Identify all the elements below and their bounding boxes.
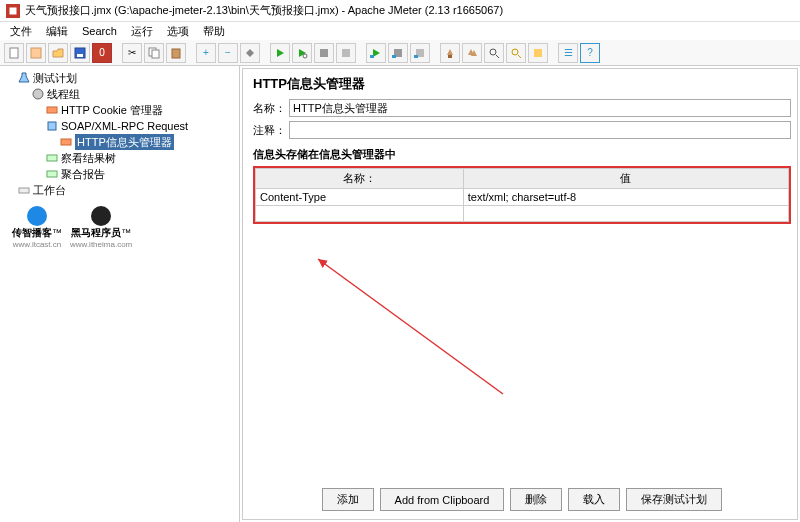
table-row[interactable] [256, 206, 789, 222]
workbench-icon [18, 184, 30, 196]
svg-line-21 [518, 55, 521, 58]
tree-panel: 测试计划 线程组 HTTP Cookie 管理器 SOAP/XML-RPC Re… [0, 66, 240, 522]
remote-start-icon[interactable] [366, 43, 386, 63]
svg-rect-25 [48, 122, 56, 130]
svg-line-30 [318, 259, 503, 394]
sampler-icon [46, 120, 58, 132]
config-icon [60, 136, 72, 148]
name-label: 名称： [253, 101, 289, 116]
svg-point-18 [490, 49, 496, 55]
svg-rect-7 [152, 50, 159, 58]
help-tb-icon[interactable]: ☰ [558, 43, 578, 63]
listener-icon [46, 152, 58, 164]
collapse-icon[interactable]: − [218, 43, 238, 63]
tree-workbench[interactable]: 工作台 [18, 182, 235, 198]
svg-rect-1 [10, 7, 17, 14]
svg-rect-16 [414, 55, 418, 58]
reset-search-icon[interactable] [506, 43, 526, 63]
svg-rect-5 [77, 54, 83, 57]
logo-itheima: 黑马程序员™ www.itheima.com [70, 206, 132, 249]
toolbar: 0 ✂ + − ☰ ? [0, 40, 800, 66]
remote-shutdown-icon[interactable] [410, 43, 430, 63]
config-icon [46, 104, 58, 116]
count-badge: 0 [92, 43, 112, 63]
templates-icon[interactable] [26, 43, 46, 63]
comment-label: 注释： [253, 123, 289, 138]
col-value: 值 [463, 169, 788, 189]
right-panel: HTTP信息头管理器 名称： 注释： 信息头存储在信息头管理器中 名称： 值 C… [242, 68, 798, 520]
clear-all-icon[interactable] [462, 43, 482, 63]
table-row[interactable]: Content-Type text/xml; charset=utf-8 [256, 189, 789, 206]
stop-icon[interactable] [314, 43, 334, 63]
col-name: 名称： [256, 169, 464, 189]
clear-icon[interactable] [440, 43, 460, 63]
help2-icon[interactable]: ? [580, 43, 600, 63]
comment-input[interactable] [289, 121, 791, 139]
tree-header-mgr[interactable]: HTTP信息头管理器 [60, 134, 235, 150]
svg-rect-8 [172, 49, 180, 58]
svg-rect-29 [19, 188, 29, 193]
svg-rect-28 [47, 171, 57, 177]
toggle-icon[interactable] [240, 43, 260, 63]
menu-file[interactable]: 文件 [10, 24, 32, 39]
save-icon[interactable] [70, 43, 90, 63]
svg-rect-12 [370, 55, 374, 58]
menu-help[interactable]: 帮助 [203, 24, 225, 39]
headers-table-wrap: 名称： 值 Content-Type text/xml; charset=utf… [253, 166, 791, 224]
svg-rect-10 [320, 49, 328, 57]
delete-button[interactable]: 删除 [510, 488, 562, 511]
listener-icon [46, 168, 58, 180]
menu-search[interactable]: Search [82, 25, 117, 37]
copy-icon[interactable] [144, 43, 164, 63]
svg-rect-14 [392, 55, 396, 58]
menu-run[interactable]: 运行 [131, 24, 153, 39]
menu-options[interactable]: 选项 [167, 24, 189, 39]
store-label: 信息头存储在信息头管理器中 [253, 147, 791, 162]
expand-icon[interactable]: + [196, 43, 216, 63]
add-clipboard-button[interactable]: Add from Clipboard [380, 488, 505, 511]
window-title: 天气预报接口.jmx (G:\apache-jmeter-2.13\bin\天气… [25, 3, 503, 18]
headers-table[interactable]: 名称： 值 Content-Type text/xml; charset=utf… [255, 168, 789, 222]
load-button[interactable]: 载入 [568, 488, 620, 511]
svg-point-20 [512, 49, 518, 55]
tree-cookie[interactable]: HTTP Cookie 管理器 [46, 102, 235, 118]
svg-rect-17 [448, 55, 452, 58]
annotation-arrow-icon [313, 254, 513, 404]
svg-rect-2 [10, 48, 18, 58]
name-input[interactable] [289, 99, 791, 117]
app-icon [6, 4, 20, 18]
cut-icon[interactable]: ✂ [122, 43, 142, 63]
panel-title: HTTP信息头管理器 [253, 75, 791, 93]
tree-aggregate[interactable]: 聚合报告 [46, 166, 235, 182]
tree-viewresults[interactable]: 察看结果树 [46, 150, 235, 166]
svg-point-9 [303, 54, 307, 58]
threadgroup-icon [32, 88, 44, 100]
search-tb-icon[interactable] [484, 43, 504, 63]
open-icon[interactable] [48, 43, 68, 63]
new-icon[interactable] [4, 43, 24, 63]
svg-rect-3 [31, 48, 41, 58]
svg-rect-27 [47, 155, 57, 161]
save-plan-button[interactable]: 保存测试计划 [626, 488, 722, 511]
menu-edit[interactable]: 编辑 [46, 24, 68, 39]
tree-testplan[interactable]: 测试计划 [18, 70, 235, 86]
tree-soap[interactable]: SOAP/XML-RPC Request [46, 118, 235, 134]
shutdown-icon[interactable] [336, 43, 356, 63]
svg-rect-22 [534, 49, 542, 57]
tree-threadgroup[interactable]: 线程组 [32, 86, 235, 102]
add-button[interactable]: 添加 [322, 488, 374, 511]
svg-point-23 [33, 89, 43, 99]
paste-icon[interactable] [166, 43, 186, 63]
svg-rect-24 [47, 107, 57, 113]
start-icon[interactable] [270, 43, 290, 63]
svg-rect-26 [61, 139, 71, 145]
function-icon[interactable] [528, 43, 548, 63]
svg-line-19 [496, 55, 499, 58]
flask-icon [18, 72, 30, 84]
remote-stop-icon[interactable] [388, 43, 408, 63]
start-notimer-icon[interactable] [292, 43, 312, 63]
logo-itcast: 传智播客™ www.itcast.cn [12, 206, 62, 249]
svg-rect-11 [342, 49, 350, 57]
